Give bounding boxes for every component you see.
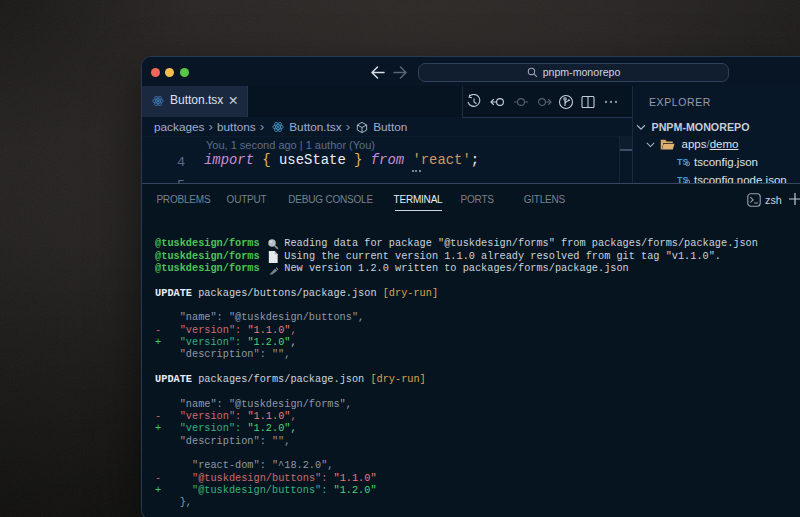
svg-text:TS: TS (677, 175, 689, 183)
